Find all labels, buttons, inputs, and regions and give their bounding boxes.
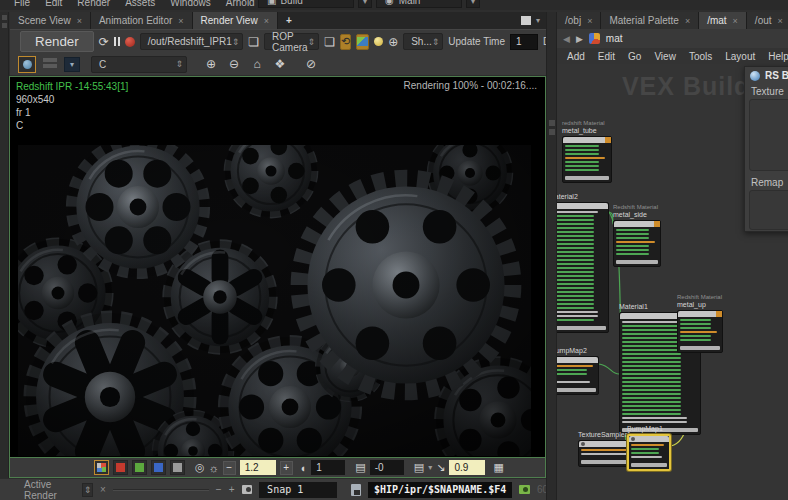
auto-update-toggle[interactable]: ⟲: [340, 34, 351, 50]
gamma-curve-icon[interactable]: ↘: [436, 461, 445, 474]
snapshot-green-icon[interactable]: [519, 485, 530, 494]
plane-selector[interactable]: C ⇕: [91, 56, 187, 73]
menu-arnold[interactable]: Arnold: [226, 0, 255, 8]
lut-icon[interactable]: ▤: [414, 461, 424, 474]
menu-assets[interactable]: Assets: [125, 0, 155, 8]
pixel-probe-icon[interactable]: ◎: [195, 461, 205, 474]
snapshot-camera-icon[interactable]: [242, 485, 253, 494]
left-tab-scene-view[interactable]: Scene View×: [10, 12, 91, 29]
left-new-tab-button[interactable]: +: [278, 12, 300, 29]
pane-menu-caret-icon[interactable]: ▾: [536, 16, 540, 25]
node-header-bar[interactable]: [629, 436, 669, 442]
render-viewport[interactable]: Redshift IPR -14:55:43[1] 960x540 fr 1 C…: [10, 77, 545, 457]
right-tab--mat[interactable]: /mat×: [699, 12, 747, 29]
tab-close-icon[interactable]: ×: [77, 16, 82, 26]
network-menu-edit[interactable]: Edit: [598, 51, 615, 62]
node-bumpmap2[interactable]: BumpMap2: [557, 347, 599, 395]
node-metal_tube[interactable]: redshift Materialmetal_tube: [562, 120, 612, 183]
pane-maximize-icon[interactable]: [521, 16, 531, 25]
zoom-out-icon[interactable]: ⊖: [225, 56, 243, 73]
copy-view-icon[interactable]: ❏: [324, 33, 335, 50]
home-view-icon[interactable]: ⌂: [248, 56, 266, 73]
contrast-icon[interactable]: ◐: [301, 462, 308, 474]
offset-icon[interactable]: ▤: [355, 461, 365, 474]
gamma-field[interactable]: 0.9: [449, 460, 485, 475]
split-view-icon[interactable]: [41, 56, 59, 73]
snapshot-path-field[interactable]: $HIP/ipr/$SNAPNAME.$F4: [368, 482, 512, 498]
inspect-icon[interactable]: ⊕: [388, 33, 398, 50]
grid-icon[interactable]: ▦: [493, 461, 503, 474]
divider-grid-icon[interactable]: [549, 120, 555, 126]
channel-blue-button[interactable]: [151, 460, 166, 475]
tab-close-icon[interactable]: ×: [178, 16, 183, 26]
node-header-bar[interactable]: [614, 221, 660, 227]
snapshot-toggle[interactable]: [356, 34, 369, 50]
network-menu-go[interactable]: Go: [628, 51, 641, 62]
left-tab-render-view[interactable]: Render View×: [193, 12, 278, 29]
rop-selector[interactable]: /out/Redshift_IPR1 ⇕: [140, 33, 243, 50]
view-mode-dropdown[interactable]: ▾: [64, 57, 80, 72]
pane-divider[interactable]: [546, 12, 557, 500]
clear-render-icon[interactable]: ×: [100, 484, 106, 495]
save-snapshot-icon[interactable]: [351, 484, 361, 496]
left-tab-animation-editor[interactable]: Animation Editor×: [91, 12, 193, 29]
menu-edit[interactable]: Edit: [45, 0, 62, 8]
forward-icon[interactable]: ▶: [576, 34, 583, 44]
node-bumpmap1[interactable]: BumpMap1: [627, 425, 671, 471]
contrast-field[interactable]: 1: [311, 460, 345, 475]
zoom-in-icon[interactable]: ⊕: [202, 56, 220, 73]
shelf-selector-caret[interactable]: ▾: [466, 0, 480, 8]
param-section-texture-box[interactable]: [749, 99, 788, 171]
tab-close-icon[interactable]: ×: [264, 16, 269, 26]
gain-field[interactable]: 1.2: [240, 460, 276, 475]
right-tab--obj[interactable]: /obj×: [557, 12, 601, 29]
param-section-remap-box[interactable]: [749, 190, 788, 230]
lights-icon[interactable]: [374, 33, 383, 50]
menu-windows[interactable]: Windows: [170, 0, 211, 8]
network-menu-view[interactable]: View: [654, 51, 676, 62]
camera-selector[interactable]: ROP Camera ⇕: [264, 33, 319, 50]
divider-grid-icon[interactable]: [549, 129, 555, 135]
menu-render[interactable]: Render: [77, 0, 110, 8]
network-menu-help[interactable]: Help: [768, 51, 788, 62]
node-header-bar[interactable]: [678, 311, 722, 317]
lut-caret-icon[interactable]: ▾: [428, 463, 432, 472]
snapshot-name-field[interactable]: Snap 1: [259, 482, 337, 498]
back-icon[interactable]: ◀: [563, 34, 570, 44]
stop-render-icon[interactable]: [125, 33, 135, 50]
node-metal_side[interactable]: Redshift Materialmetal_side: [613, 204, 661, 267]
pause-icon[interactable]: [114, 33, 120, 50]
menu-file[interactable]: File: [14, 0, 30, 8]
right-tab-material-palette[interactable]: Material Palette×: [601, 12, 699, 29]
progress-slider[interactable]: [113, 489, 209, 491]
network-menu-tools[interactable]: Tools: [689, 51, 712, 62]
network-menu-layout[interactable]: Layout: [725, 51, 755, 62]
channel-alpha-button[interactable]: [170, 460, 185, 475]
gain-increase-button[interactable]: +: [280, 461, 293, 475]
offset-field[interactable]: -0: [370, 460, 404, 475]
node-metal_up[interactable]: Redshift Materialmetal_up: [677, 294, 723, 353]
refresh-icon[interactable]: ⟳: [99, 33, 109, 50]
node-material2[interactable]: Material2: [557, 193, 609, 333]
shelf-set-selector[interactable]: ◉ Main: [376, 0, 462, 8]
left-pane-edge-strip[interactable]: [0, 12, 9, 500]
node-header-bar[interactable]: [557, 203, 608, 209]
compare-icon[interactable]: ⊘: [302, 56, 320, 73]
right-tab--out[interactable]: /out×: [747, 12, 788, 29]
channel-red-button[interactable]: [113, 460, 128, 475]
fit-view-icon[interactable]: ❖: [271, 56, 289, 73]
desktop-selector-caret[interactable]: ▾: [358, 0, 372, 8]
zoom-decrease-icon[interactable]: −: [216, 484, 222, 495]
network-path-value[interactable]: mat: [606, 33, 623, 44]
desktop-selector[interactable]: ▣ Build: [258, 0, 354, 8]
tab-close-icon[interactable]: ×: [685, 16, 690, 26]
network-menu-add[interactable]: Add: [567, 51, 585, 62]
param-dialog-rs-bump[interactable]: RS Bum Texture Remap: [744, 66, 788, 232]
render-mode-stepper[interactable]: ⇕: [82, 483, 93, 497]
zoom-increase-icon[interactable]: +: [229, 484, 235, 495]
update-time-field[interactable]: 1: [510, 34, 538, 50]
pane-handle-icon[interactable]: [2, 23, 7, 28]
tab-close-icon[interactable]: ×: [778, 16, 783, 26]
pane-handle-icon[interactable]: [2, 15, 7, 20]
brightness-icon[interactable]: ☼: [209, 462, 219, 474]
